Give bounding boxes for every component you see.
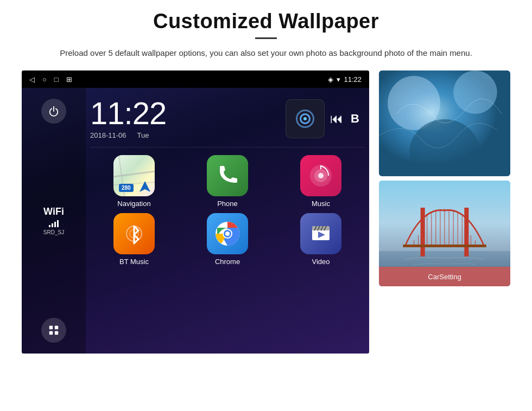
clock-date: 2018-11-06 Tue [90, 131, 286, 139]
media-label: B [351, 112, 359, 126]
svg-line-4 [113, 171, 155, 177]
page-wrapper: Customized Wallpaper Preload over 5 defa… [0, 0, 532, 411]
status-right: ◈ ▾ 11:22 [328, 75, 362, 84]
video-label: Video [312, 258, 330, 266]
svg-point-9 [318, 173, 324, 178]
android-screen: ◁ ○ □ ⊞ ◈ ▾ 11:22 [22, 70, 369, 354]
title-divider [255, 37, 277, 39]
wifi-bar-2 [52, 223, 53, 227]
left-sidebar: WiFi SRD_SJ [22, 88, 86, 354]
status-time: 11:22 [344, 75, 362, 84]
clock-section: 11:22 2018-11-06 Tue [90, 98, 286, 139]
power-button[interactable] [41, 99, 66, 124]
wallpaper-thumb-bottom: CarSetting [379, 181, 510, 286]
svg-point-24 [453, 70, 497, 114]
nav-shield-label: 280 [119, 184, 134, 192]
wifi-bars [49, 220, 59, 227]
clock-area: 11:22 2018-11-06 Tue [90, 93, 365, 147]
clock-day-value: Tue [137, 131, 149, 139]
status-bar: ◁ ○ □ ⊞ ◈ ▾ 11:22 [22, 70, 369, 88]
app-item-chrome[interactable]: Chrome [183, 213, 271, 266]
recents-icon[interactable]: □ [54, 75, 59, 84]
back-icon[interactable]: ◁ [29, 75, 35, 84]
carsetting-label: CarSetting [428, 273, 461, 281]
navigation-label: Navigation [117, 200, 150, 208]
radio-icon-box[interactable] [286, 99, 325, 138]
svg-point-15 [225, 232, 230, 236]
svg-rect-43 [403, 245, 486, 247]
carsetting-overlay: CarSetting [379, 267, 510, 286]
page-subtitle: Preload over 5 default wallpaper options… [60, 47, 472, 60]
app-item-phone[interactable]: Phone [183, 155, 271, 208]
prev-track-icon[interactable]: ⏮ [330, 111, 343, 126]
wifi-info: WiFi SRD_SJ [43, 206, 64, 235]
btmusic-label: BT Music [119, 258, 149, 266]
wallpaper-thumb-top [379, 70, 510, 176]
wifi-status-icon: ▾ [337, 75, 340, 84]
app-grid: 280 Navigation Ph [90, 155, 365, 266]
screenshot-icon[interactable]: ⊞ [66, 75, 72, 84]
app-item-btmusic[interactable]: BT Music [90, 213, 178, 266]
phone-icon [207, 155, 248, 196]
wallpaper-panel: CarSetting [379, 70, 510, 286]
bridge-scene: CarSetting [379, 181, 510, 286]
chrome-label: Chrome [215, 258, 240, 266]
clock-date-value: 2018-11-06 [90, 131, 126, 139]
chrome-icon [207, 213, 248, 254]
svg-rect-29 [464, 208, 468, 256]
app-item-navigation[interactable]: 280 Navigation [90, 155, 178, 208]
svg-rect-1 [55, 326, 58, 329]
media-controls: ⏮ B [330, 111, 359, 126]
all-apps-button[interactable] [41, 318, 66, 343]
page-title: Customized Wallpaper [153, 10, 379, 33]
svg-rect-2 [49, 331, 53, 335]
music-label: Music [312, 200, 330, 208]
wifi-bar-3 [54, 222, 56, 227]
status-nav-icons: ◁ ○ □ ⊞ [29, 75, 72, 84]
ice-overlay [379, 70, 510, 176]
svg-rect-0 [49, 326, 53, 329]
location-icon: ◈ [328, 75, 333, 84]
app-item-video[interactable]: Video [277, 213, 365, 266]
clock-icons: ⏮ B [286, 99, 365, 138]
svg-rect-28 [421, 208, 425, 256]
wifi-ssid: SRD_SJ [43, 229, 64, 235]
btmusic-icon [113, 213, 155, 254]
phone-label: Phone [217, 200, 238, 208]
app-item-music[interactable]: Music [277, 155, 365, 208]
home-icon[interactable]: ○ [42, 75, 47, 84]
wifi-bar-4 [57, 220, 59, 227]
wifi-bar-1 [49, 225, 50, 227]
wifi-label: WiFi [43, 206, 64, 217]
radio-signal-icon [294, 108, 316, 130]
radio-dot [303, 117, 307, 120]
video-icon [300, 213, 341, 254]
center-content: 11:22 2018-11-06 Tue [86, 88, 369, 354]
navigation-icon: 280 [113, 155, 155, 196]
clock-time: 11:22 [90, 98, 286, 129]
svg-rect-3 [55, 331, 58, 335]
content-area: ◁ ○ □ ⊞ ◈ ▾ 11:22 [22, 70, 510, 354]
music-icon [300, 155, 341, 196]
screen-content: WiFi SRD_SJ [22, 88, 369, 354]
